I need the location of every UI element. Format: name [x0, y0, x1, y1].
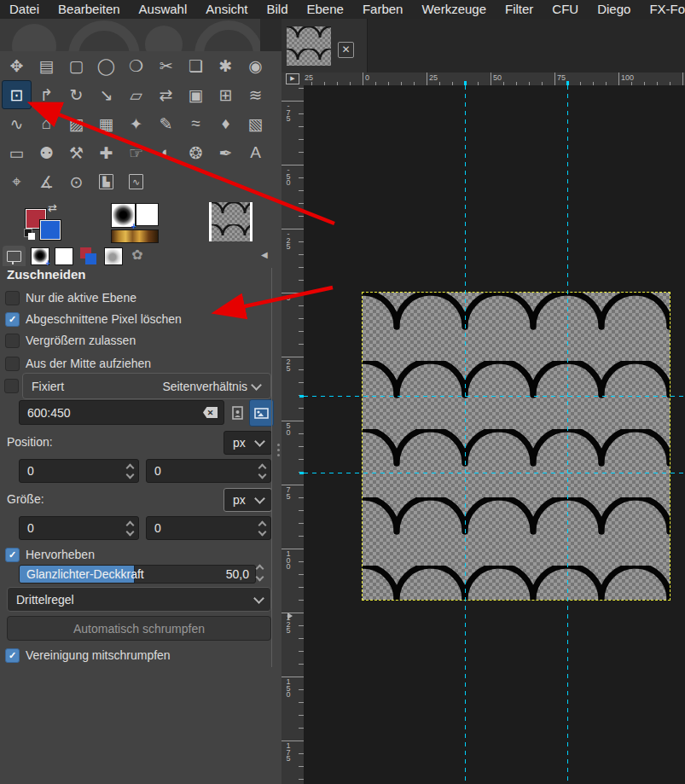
tab-brushes[interactable]: [31, 247, 49, 265]
measure-tool-button[interactable]: ∡: [32, 167, 61, 196]
color-picker-tool-button[interactable]: ⌖: [2, 167, 32, 196]
rotate-tool-button[interactable]: ↻: [61, 80, 91, 109]
perspective-tool-button[interactable]: ⊞: [211, 80, 241, 109]
position-unit-dropdown[interactable]: px: [223, 431, 272, 455]
shrink-merged-checkbox[interactable]: [5, 648, 20, 663]
fixed-checkbox[interactable]: [4, 379, 19, 393]
canvas-area[interactable]: [304, 85, 685, 784]
fixed-aspect-control[interactable]: Fixiert Seitenverhältnis: [22, 373, 271, 399]
active-pattern-preview[interactable]: [209, 202, 253, 241]
paintbrush-tool-button[interactable]: ✦: [121, 109, 151, 138]
spinner-icon[interactable]: [259, 522, 265, 535]
pattern-swatch[interactable]: [136, 203, 159, 226]
menu-fx-foundry[interactable]: FX-Foundry: [640, 0, 685, 19]
flip-tool-button[interactable]: ⇄: [151, 80, 181, 109]
menu-auswahl[interactable]: Auswahl: [130, 0, 197, 19]
scale-tool-button[interactable]: ↘: [91, 80, 121, 109]
curves-display-button[interactable]: ∿: [121, 167, 151, 196]
free-select-tool-button[interactable]: ❍: [121, 51, 151, 80]
gradient-preview[interactable]: [111, 229, 159, 243]
image-tab[interactable]: ✕: [282, 19, 368, 73]
menu-datei[interactable]: Datei: [0, 0, 49, 19]
gradient-tool-button[interactable]: ▨: [61, 109, 91, 138]
tab-tool-options[interactable]: [3, 246, 26, 266]
menu-bild[interactable]: Bild: [258, 0, 298, 19]
unified-transform-tool-button[interactable]: ↱: [32, 80, 61, 109]
move-tool-button[interactable]: ✥: [2, 51, 32, 80]
tab-fonts[interactable]: ✿: [128, 247, 147, 263]
paths-tool-button[interactable]: ✒: [211, 138, 241, 167]
spinner-icon[interactable]: [259, 465, 265, 478]
fuzzy-select-tool-button[interactable]: ✱: [211, 51, 241, 80]
landscape-orientation-button[interactable]: [249, 399, 274, 427]
crop-tool-button[interactable]: ⊡: [2, 80, 32, 109]
vergrossern-zulassen-checkbox[interactable]: [5, 334, 20, 348]
bucket-fill-tool-button[interactable]: ∿: [2, 109, 32, 138]
tab-colors[interactable]: [80, 247, 99, 265]
guide-horizontal-1[interactable]: [304, 396, 685, 397]
foreground-select-tool-button[interactable]: ❏: [181, 51, 211, 80]
guide-vertical-2[interactable]: [567, 85, 568, 784]
menu-ansicht[interactable]: Ansicht: [196, 0, 257, 19]
crop-guides-dropdown[interactable]: Drittelregel: [7, 587, 271, 612]
blur-sharpen-tool-button[interactable]: ◐: [151, 138, 181, 167]
align-tool-button[interactable]: ▤: [32, 51, 61, 80]
autoshrink-button[interactable]: Automatisch schrumpfen: [7, 616, 271, 641]
tab-gradients[interactable]: [104, 247, 123, 265]
panel-splitter-handle[interactable]: [277, 441, 280, 459]
vertical-ruler[interactable]: -75-50-250255075100125150175: [282, 85, 304, 784]
background-color-swatch[interactable]: [39, 219, 61, 241]
position-x-input[interactable]: 0: [19, 459, 139, 483]
aspect-ratio-input[interactable]: 600:450 ✕: [19, 400, 224, 425]
size-height-input[interactable]: 0: [146, 516, 271, 540]
tab-patterns[interactable]: [55, 247, 73, 265]
mypaint-brush-tool-button[interactable]: ▧: [241, 109, 270, 138]
ink-tool-button[interactable]: ♦: [211, 109, 241, 138]
portrait-orientation-button[interactable]: [227, 401, 247, 424]
highlight-checkbox[interactable]: [5, 548, 20, 562]
pattern-fill-tool-button[interactable]: ▦: [91, 109, 121, 138]
zoom-tool-button[interactable]: ⊙: [61, 167, 91, 196]
ellipse-select-tool-button[interactable]: ◯: [91, 51, 121, 80]
ruler-origin-button[interactable]: ▶: [282, 73, 304, 85]
horizontal-ruler[interactable]: 250255075100: [304, 73, 685, 85]
brush-preview[interactable]: [111, 203, 136, 228]
menu-werkzeuge[interactable]: Werkzeuge: [412, 0, 496, 19]
rectangle-select-tool-button[interactable]: ▢: [61, 51, 91, 80]
heal-tool-button[interactable]: ✚: [91, 138, 121, 167]
guide-horizontal-2[interactable]: [304, 473, 685, 473]
3d-transform-tool-button[interactable]: ▣: [181, 80, 211, 109]
menu-ebene[interactable]: Ebene: [298, 0, 353, 19]
pencil-tool-button[interactable]: ✎: [151, 109, 181, 138]
options-scrollbar[interactable]: [271, 268, 272, 667]
clear-input-icon[interactable]: ✕: [203, 407, 218, 418]
airbrush-tool-button[interactable]: ≈: [181, 109, 211, 138]
menu-diego[interactable]: Diego: [588, 0, 640, 19]
guide-vertical-1[interactable]: [465, 85, 466, 784]
smudge-tool-button[interactable]: ☞: [121, 138, 151, 167]
shear-tool-button[interactable]: ▱: [121, 80, 151, 109]
size-width-input[interactable]: 0: [19, 516, 139, 540]
slider-spinner-icon[interactable]: [257, 566, 263, 580]
histogram-display-button[interactable]: ▙: [91, 167, 121, 196]
select-by-color-tool-button[interactable]: ◉: [241, 51, 270, 80]
menu-bearbeiten[interactable]: Bearbeiten: [49, 0, 130, 19]
position-y-input[interactable]: 0: [146, 459, 271, 483]
nur-die-aktive-ebene-checkbox[interactable]: [5, 291, 20, 305]
perspective-clone-tool-button[interactable]: ⚒: [61, 138, 91, 167]
text-tool-button[interactable]: A: [241, 138, 270, 167]
swap-colors-icon[interactable]: ⇄: [48, 201, 57, 214]
menu-farben[interactable]: Farben: [353, 0, 413, 19]
aus-der-mitte-aufziehen-checkbox[interactable]: [5, 357, 20, 371]
cage-transform-tool-button[interactable]: ⌂: [32, 109, 61, 138]
spinner-icon[interactable]: [127, 522, 133, 535]
spinner-icon[interactable]: [127, 465, 133, 478]
menu-cfu[interactable]: CFU: [543, 0, 588, 19]
warp-transform-tool-button[interactable]: ≋: [241, 80, 270, 109]
dodge-burn-tool-button[interactable]: ❂: [181, 138, 211, 167]
size-unit-dropdown[interactable]: px: [223, 488, 272, 512]
scissors-select-tool-button[interactable]: ✂: [151, 51, 181, 80]
dock-collapse-icon[interactable]: ◀: [261, 250, 268, 259]
highlight-opacity-slider[interactable]: Glanzlichter-Deckkraft 50,0: [19, 565, 256, 584]
eraser-tool-button[interactable]: ▭: [2, 138, 32, 167]
